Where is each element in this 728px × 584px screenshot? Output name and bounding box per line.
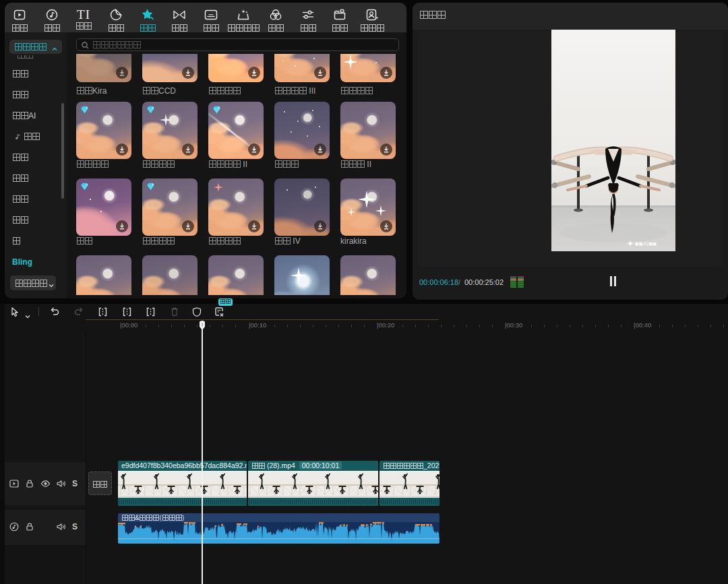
svg-text:■■AI■■: ■■AI■■ [635,240,657,247]
